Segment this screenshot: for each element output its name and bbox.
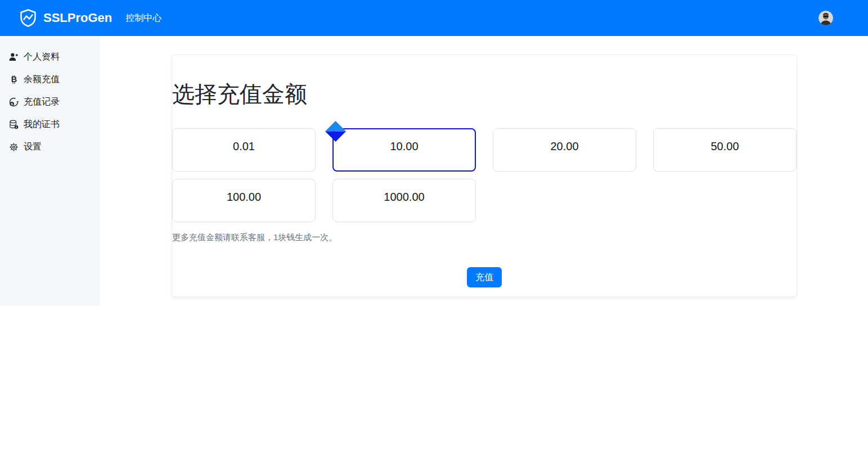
amount-grid: 0.01 10.00 20.00 50.00 100.00: [172, 128, 797, 222]
sidebar-item-profile[interactable]: 个人资料: [0, 46, 100, 68]
shield-logo-icon: [19, 8, 38, 28]
amount-option-1[interactable]: 10.00: [332, 128, 476, 172]
user-avatar[interactable]: [818, 11, 833, 25]
sidebar-item-label: 设置: [24, 141, 42, 153]
top-navbar: SSLProGen 控制中心: [0, 0, 868, 36]
sidebar: 个人资料 B 余额充值 $ 充值记录: [0, 36, 100, 306]
amount-value: 50.00: [710, 140, 739, 171]
brand-name: SSLProGen: [43, 11, 112, 25]
selected-diamond-icon: [325, 120, 347, 142]
sidebar-item-label: 我的证书: [24, 119, 60, 130]
recharge-button[interactable]: 充值: [467, 267, 502, 287]
certificates-icon: [9, 120, 19, 129]
brand[interactable]: SSLProGen: [19, 8, 112, 28]
cash-coin-icon: $: [9, 97, 19, 107]
sidebar-item-recharge-records[interactable]: $ 充值记录: [0, 91, 100, 113]
amount-value: 1000.00: [384, 191, 424, 222]
amount-option-2[interactable]: 20.00: [493, 128, 636, 172]
amount-option-4[interactable]: 100.00: [172, 179, 316, 222]
avatar-image: [818, 11, 833, 25]
sidebar-item-my-certificates[interactable]: 我的证书: [0, 113, 100, 136]
amount-option-3[interactable]: 50.00: [653, 128, 797, 172]
nav-item-control-center[interactable]: 控制中心: [125, 12, 161, 24]
svg-text:B: B: [11, 75, 17, 84]
sidebar-item-balance-recharge[interactable]: B 余额充值: [0, 68, 100, 91]
amount-value: 0.01: [233, 140, 255, 171]
amount-value: 20.00: [550, 140, 578, 171]
sidebar-item-label: 充值记录: [24, 96, 60, 108]
amount-option-0[interactable]: 0.01: [172, 128, 316, 172]
page-title: 选择充值金额: [172, 81, 797, 107]
amount-option-5[interactable]: 1000.00: [332, 179, 476, 222]
amount-value: 100.00: [227, 191, 261, 222]
amount-value: 10.00: [390, 140, 418, 170]
sidebar-item-label: 个人资料: [24, 51, 60, 63]
person-plus-icon: [9, 52, 19, 62]
sidebar-item-settings[interactable]: 设置: [0, 136, 100, 158]
recharge-card: 选择充值金额 0.01 10.00 20.00 50.00: [172, 55, 797, 297]
button-row: 充值: [172, 267, 797, 287]
sidebar-item-label: 余额充值: [24, 74, 60, 85]
recharge-note: 更多充值金额请联系客服，1块钱生成一次。: [172, 232, 797, 243]
bitcoin-icon: B: [9, 75, 19, 84]
gear-icon: [9, 142, 19, 152]
